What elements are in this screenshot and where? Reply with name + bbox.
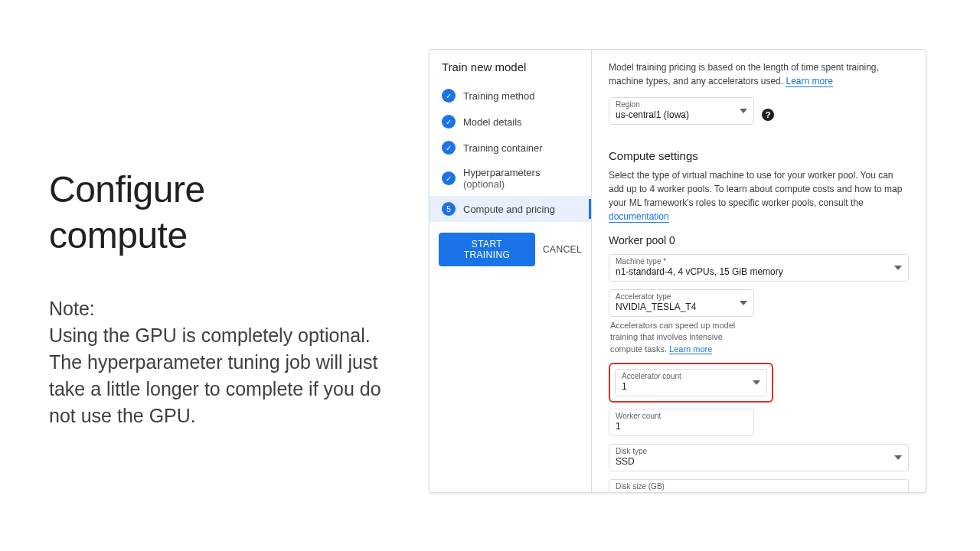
stepper-sidebar: Train new model ✓ Training method ✓ Mode… xyxy=(430,50,592,492)
disk-size-label: Disk size (GB) xyxy=(616,483,902,491)
worker-count-value: 1 xyxy=(616,421,747,432)
disk-type-label: Disk type xyxy=(616,448,902,455)
slide-title-line2: compute xyxy=(49,215,188,256)
cancel-button[interactable]: CANCEL xyxy=(543,244,582,255)
accelerator-count-highlight: Accelerator count 1 xyxy=(609,363,773,403)
chevron-down-icon xyxy=(894,266,902,270)
step-label: Hyperparameters (optional) xyxy=(463,167,582,190)
check-icon: ✓ xyxy=(442,141,456,155)
accelerator-count-select[interactable]: Accelerator count 1 xyxy=(615,369,767,396)
chevron-down-icon xyxy=(740,301,747,305)
slide-note: Note: Using the GPU is completely option… xyxy=(49,295,386,429)
accelerator-count-label: Accelerator count xyxy=(622,373,760,380)
step-hyperparameters[interactable]: ✓ Hyperparameters (optional) xyxy=(430,161,591,196)
worker-count-input[interactable]: Worker count 1 xyxy=(609,409,754,436)
slide-note-body: Using the GPU is completely optional. Th… xyxy=(49,324,381,426)
pricing-description: Model training pricing is based on the l… xyxy=(609,60,909,88)
check-icon: ✓ xyxy=(442,89,456,103)
region-value: us-central1 (Iowa) xyxy=(616,109,747,120)
accelerator-helper: Accelerators can speed up model training… xyxy=(610,320,756,355)
start-training-button[interactable]: START TRAINING xyxy=(439,233,535,266)
disk-size-input[interactable]: Disk size (GB) 100 xyxy=(609,479,909,492)
machine-type-select[interactable]: Machine type * n1-standard-4, 4 vCPUs, 1… xyxy=(609,254,909,282)
step-label: Training container xyxy=(463,142,582,154)
accelerator-type-value: NVIDIA_TESLA_T4 xyxy=(616,302,747,312)
step-label: Compute and pricing xyxy=(463,204,582,215)
dialog-content: Model training pricing is based on the l… xyxy=(592,50,926,492)
step-compute-pricing[interactable]: 5 Compute and pricing xyxy=(430,196,591,222)
step-training-container[interactable]: ✓ Training container xyxy=(430,135,591,161)
step-training-method[interactable]: ✓ Training method xyxy=(430,83,591,109)
slide-title: Configure compute xyxy=(49,167,386,259)
accelerator-type-label: Accelerator type xyxy=(616,293,747,301)
help-icon[interactable]: ? xyxy=(762,109,774,121)
step-label: Training method xyxy=(463,90,582,102)
check-icon: ✓ xyxy=(442,115,456,129)
dialog-title: Train new model xyxy=(430,60,591,83)
step-label: Model details xyxy=(463,116,582,128)
check-icon: ✓ xyxy=(442,171,456,185)
disk-type-value: SSD xyxy=(616,456,902,467)
learn-more-link[interactable]: Learn more xyxy=(786,76,832,87)
chevron-down-icon xyxy=(753,380,760,385)
worker-count-label: Worker count xyxy=(616,412,747,420)
step-number-icon: 5 xyxy=(442,202,456,216)
slide-note-label: Note: xyxy=(49,298,95,319)
disk-type-select[interactable]: Disk type SSD xyxy=(609,444,909,471)
compute-settings-title: Compute settings xyxy=(609,149,909,162)
learn-more-link[interactable]: Learn more xyxy=(669,344,712,354)
accelerator-count-value: 1 xyxy=(622,381,760,392)
step-model-details[interactable]: ✓ Model details xyxy=(430,109,591,135)
accelerator-type-select[interactable]: Accelerator type NVIDIA_TESLA_T4 xyxy=(609,289,754,317)
region-select[interactable]: Region us-central1 (Iowa) xyxy=(609,97,754,125)
worker-pool-title: Worker pool 0 xyxy=(609,234,909,246)
chevron-down-icon xyxy=(740,109,747,113)
machine-type-label: Machine type * xyxy=(616,258,902,266)
chevron-down-icon xyxy=(894,455,902,460)
machine-type-value: n1-standard-4, 4 vCPUs, 15 GiB memory xyxy=(616,266,902,277)
region-label: Region xyxy=(616,101,747,109)
documentation-link[interactable]: documentation xyxy=(609,211,669,223)
slide-title-line1: Configure xyxy=(49,169,205,210)
disk-size-value: 100 xyxy=(616,491,902,492)
compute-settings-desc: Select the type of virtual machine to us… xyxy=(609,168,909,223)
train-model-dialog: Train new model ✓ Training method ✓ Mode… xyxy=(429,49,926,493)
